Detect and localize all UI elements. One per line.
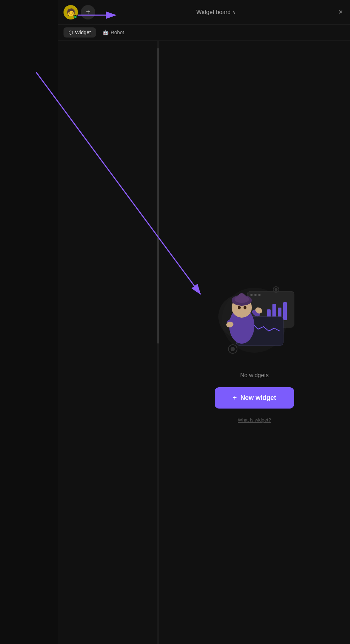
- tab-widget-label: Widget: [75, 30, 91, 35]
- tab-robot-label: Robot: [111, 30, 124, 35]
- tabs-bar: ⬡ Widget 🤖 Robot: [58, 25, 350, 41]
- svg-point-5: [258, 294, 261, 296]
- illustration: [204, 263, 305, 363]
- avatar-face: 🧑: [66, 8, 75, 17]
- scrollbar-track: [157, 41, 159, 644]
- no-widgets-text: No widgets: [240, 372, 268, 379]
- close-button[interactable]: ×: [337, 6, 344, 18]
- widget-icon: ⬡: [69, 30, 73, 35]
- svg-point-28: [275, 288, 277, 291]
- svg-point-3: [250, 294, 253, 296]
- panel: 🧑 + Widget board ∨ × ⬡ Widget 🤖 Robot: [58, 0, 350, 644]
- avatar: 🧑: [64, 5, 78, 19]
- add-button[interactable]: +: [81, 5, 95, 19]
- close-icon: ×: [338, 8, 343, 16]
- robot-icon: 🤖: [102, 30, 109, 35]
- tab-widget[interactable]: ⬡ Widget: [64, 27, 96, 38]
- main-area: No widgets + New widget What is widget?: [159, 41, 350, 644]
- svg-point-18: [238, 293, 245, 300]
- status-dot: [74, 15, 77, 19]
- sidebar: [58, 41, 159, 644]
- svg-point-26: [231, 347, 235, 351]
- header-title: Widget board ∨: [98, 9, 334, 16]
- svg-point-4: [254, 294, 257, 296]
- new-widget-plus-icon: +: [233, 394, 237, 402]
- new-widget-label: New widget: [240, 394, 276, 402]
- tab-robot[interactable]: 🤖 Robot: [97, 27, 129, 38]
- content-area: No widgets + New widget What is widget?: [58, 41, 350, 644]
- svg-point-19: [238, 306, 241, 309]
- svg-point-20: [244, 306, 246, 309]
- svg-rect-9: [283, 302, 287, 320]
- illustration-svg: [204, 263, 305, 363]
- header: 🧑 + Widget board ∨ ×: [58, 0, 350, 25]
- chevron-down-icon: ∨: [233, 10, 236, 15]
- plus-icon: +: [86, 8, 90, 16]
- new-widget-button[interactable]: + New widget: [215, 387, 294, 409]
- what-is-widget-link[interactable]: What is widget?: [238, 417, 271, 423]
- title-text: Widget board: [196, 9, 231, 16]
- scrollbar-thumb[interactable]: [157, 48, 159, 344]
